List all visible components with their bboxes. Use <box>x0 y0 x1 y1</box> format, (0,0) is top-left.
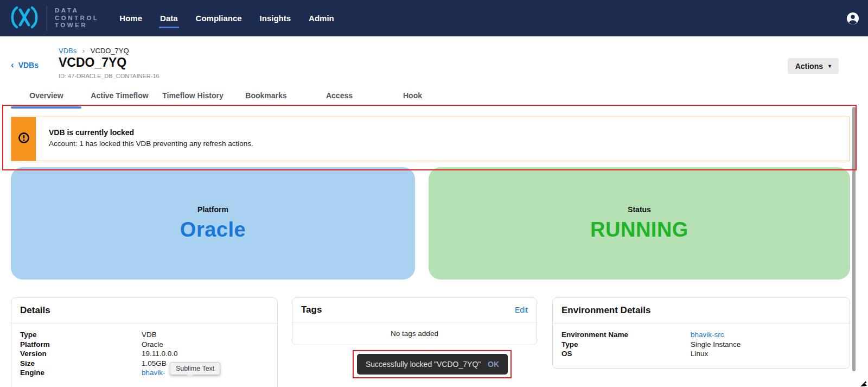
platform-card-label: Platform <box>197 205 228 214</box>
brand-text: DATA CONTROL TOWER <box>55 7 99 29</box>
mouse-cursor-icon <box>860 379 867 387</box>
detail-value: 19.11.0.0.0 <box>142 349 178 359</box>
details-row-type: Type VDB <box>20 330 269 340</box>
os-tooltip: Sublime Text <box>170 362 220 375</box>
alert-badge <box>11 117 36 161</box>
environment-value: Single Instance <box>691 340 741 350</box>
detail-value: Oracle <box>142 340 163 350</box>
tab-active-timeflow[interactable]: Active Timeflow <box>83 91 156 100</box>
detail-value: 1.05GB <box>142 359 167 369</box>
active-tab-indicator <box>11 106 81 109</box>
environment-name-link[interactable]: bhavik-src <box>691 330 724 340</box>
back-chevron-icon: ‹ <box>11 61 14 69</box>
alert-title: VDB is currently locked <box>49 128 253 137</box>
platform-summary-card: Platform Oracle <box>11 167 415 280</box>
tags-edit-link[interactable]: Edit <box>515 306 528 314</box>
details-row-platform: Platform Oracle <box>20 340 269 350</box>
environment-label: Type <box>561 340 691 350</box>
detail-label: Platform <box>20 340 142 350</box>
status-card-label: Status <box>628 205 651 214</box>
main-nav: Home Data Compliance Insights Admin <box>118 11 335 25</box>
vdb-locked-alert: VDB is currently locked Account: 1 has l… <box>11 117 850 161</box>
environment-row-os: OS Linux <box>561 349 841 359</box>
brand-line-3: TOWER <box>55 22 99 29</box>
detail-label: Size <box>20 359 142 369</box>
tab-bookmarks[interactable]: Bookmarks <box>229 91 303 100</box>
nav-item-insights[interactable]: Insights <box>259 11 292 25</box>
environment-details-card: Environment Details Environment Name bha… <box>552 297 850 369</box>
tab-bar: Overview Active Timeflow Timeflow Histor… <box>10 91 449 100</box>
detail-label: Engine <box>20 368 142 378</box>
alert-message: Account: 1 has locked this VDB preventin… <box>49 139 253 148</box>
nav-item-data[interactable]: Data <box>159 11 179 25</box>
engine-link[interactable]: bhavik- <box>142 368 165 378</box>
logo-divider <box>47 6 47 31</box>
tab-access[interactable]: Access <box>303 91 376 100</box>
breadcrumb: VDBs › VCDO_7YQ <box>59 47 129 55</box>
tags-card: Tags Edit No tags added <box>292 297 537 345</box>
nav-item-admin[interactable]: Admin <box>308 11 335 25</box>
status-card-value: RUNNING <box>590 218 688 242</box>
detail-value: VDB <box>142 330 157 340</box>
environment-row-name: Environment Name bhavik-src <box>561 330 841 340</box>
chevron-down-icon: ▾ <box>828 63 831 69</box>
alert-exclamation-icon <box>18 132 30 146</box>
lock-success-toast: Successfully locked "VCDO_7YQ" OK <box>357 354 508 375</box>
toast-ok-button[interactable]: OK <box>488 360 499 369</box>
environment-row-type: Type Single Instance <box>561 340 841 350</box>
tags-card-title: Tags <box>301 304 322 315</box>
status-summary-card: Status RUNNING <box>429 167 850 280</box>
platform-card-value: Oracle <box>180 218 246 242</box>
details-row-size: Size 1.05GB <box>20 359 269 369</box>
details-row-version: Version 19.11.0.0.0 <box>20 349 269 359</box>
top-navbar: DATA CONTROL TOWER Home Data Compliance … <box>0 0 868 36</box>
breadcrumb-vdbs-link[interactable]: VDBs <box>59 47 76 55</box>
toast-message: Successfully locked "VCDO_7YQ" <box>366 360 481 369</box>
tab-timeflow-history[interactable]: Timeflow History <box>156 91 229 100</box>
nav-item-compliance[interactable]: Compliance <box>195 11 243 25</box>
actions-button-label: Actions <box>795 62 823 71</box>
brand-line-1: DATA <box>55 7 99 15</box>
details-card-title: Details <box>20 305 50 316</box>
page-title: VCDO_7YQ <box>59 55 126 70</box>
scrollbar-thumb[interactable] <box>852 107 856 371</box>
breadcrumb-current: VCDO_7YQ <box>91 47 129 55</box>
brand-line-2: CONTROL <box>55 15 99 22</box>
details-card: Details Type VDB Platform Oracle Version… <box>11 297 278 387</box>
actions-button[interactable]: Actions ▾ <box>788 58 839 74</box>
back-link-label: VDBs <box>18 61 39 69</box>
detail-label: Version <box>20 349 142 359</box>
tooltip-text: Sublime Text <box>176 365 214 372</box>
tab-overview[interactable]: Overview <box>10 91 83 100</box>
details-row-engine: Engine bhavik- <box>20 368 269 378</box>
tab-hook[interactable]: Hook <box>376 91 449 100</box>
page-id: ID: 47-ORACLE_DB_CONTAINER-16 <box>59 73 159 79</box>
environment-label: Environment Name <box>561 330 691 340</box>
back-to-vdbs-link[interactable]: ‹ VDBs <box>11 61 39 69</box>
environment-value: Linux <box>691 349 708 359</box>
dct-logo-icon[interactable] <box>8 5 41 32</box>
detail-label: Type <box>20 330 142 340</box>
environment-label: OS <box>561 349 691 359</box>
environment-card-title: Environment Details <box>561 305 650 316</box>
account-icon[interactable] <box>846 12 859 25</box>
nav-item-home[interactable]: Home <box>118 11 143 25</box>
breadcrumb-separator-icon: › <box>82 47 85 55</box>
tags-empty-text: No tags added <box>292 322 537 345</box>
